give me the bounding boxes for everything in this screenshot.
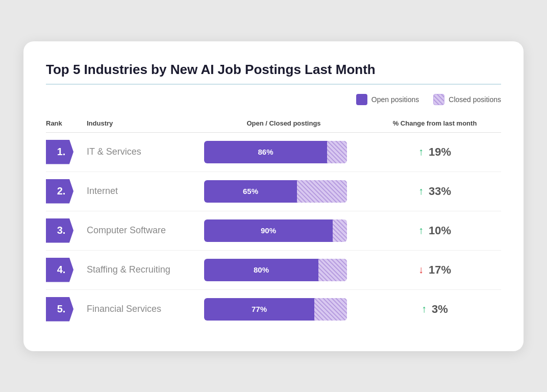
bar-open: 90% [204, 219, 333, 242]
rank-cell: 5. [46, 297, 87, 322]
change-value: 17% [429, 263, 451, 277]
rank-text: 5. [54, 303, 66, 315]
title-divider [46, 84, 501, 85]
rank-badge: 1. [46, 140, 73, 164]
rank-badge: 3. [46, 218, 73, 243]
rank-badge: 2. [46, 179, 73, 204]
industry-name: Internet [87, 186, 199, 197]
rank-shape: 5. [46, 297, 73, 322]
bar-open: 65% [204, 180, 297, 203]
bar-closed [297, 180, 347, 203]
legend-open-label: Open positions [371, 95, 419, 104]
bar-container: 90% [199, 219, 368, 242]
legend: Open positions Closed positions [46, 94, 501, 105]
bar-open-label: 80% [254, 265, 269, 274]
change-cell: ↑ 33% [368, 185, 501, 198]
change-arrow-icon: ↑ [418, 185, 424, 197]
change-arrow-icon: ↑ [418, 146, 424, 158]
bar-closed [327, 141, 347, 163]
bar-open-label: 77% [252, 305, 267, 313]
legend-closed-icon [433, 94, 444, 105]
rank-badge: 4. [46, 258, 73, 282]
change-value: 33% [429, 185, 451, 198]
table-row: 4. Staffing & Recruiting 80% ↓ 17% [46, 251, 501, 290]
bar-open: 80% [204, 259, 318, 281]
table-header: Rank Industry Open / Closed postings % C… [46, 119, 501, 133]
table-row: 2. Internet 65% ↑ 33% [46, 172, 501, 211]
col-industry: Industry [87, 119, 199, 127]
rank-cell: 4. [46, 258, 87, 282]
rank-badge: 5. [46, 297, 73, 322]
bar-open-label: 90% [261, 226, 276, 235]
legend-open-icon [356, 94, 367, 105]
change-value: 3% [432, 303, 448, 316]
change-arrow-icon: ↑ [421, 303, 427, 315]
bar-open: 77% [204, 298, 314, 321]
rank-cell: 3. [46, 218, 87, 243]
table-row: 5. Financial Services 77% ↑ 3% [46, 290, 501, 329]
legend-open: Open positions [356, 94, 419, 105]
change-arrow-icon: ↓ [418, 264, 424, 276]
bar-closed [318, 259, 347, 281]
bar-open-label: 65% [243, 187, 258, 195]
industry-name: IT & Services [87, 146, 199, 157]
rank-shape: 3. [46, 218, 73, 243]
bar-container: 77% [199, 298, 368, 321]
rank-text: 4. [54, 264, 66, 276]
rank-text: 2. [54, 185, 66, 197]
rank-cell: 1. [46, 140, 87, 164]
table-body: 1. IT & Services 86% ↑ 19% 2. [46, 133, 501, 329]
change-value: 10% [429, 224, 451, 237]
change-value: 19% [429, 145, 451, 159]
main-card: Top 5 Industries by New AI Job Postings … [23, 41, 524, 351]
industry-name: Computer Software [87, 225, 199, 236]
change-cell: ↑ 10% [368, 224, 501, 237]
rank-cell: 2. [46, 179, 87, 204]
legend-closed: Closed positions [433, 94, 501, 105]
rank-text: 3. [54, 225, 66, 236]
change-cell: ↑ 3% [368, 303, 501, 316]
legend-closed-label: Closed positions [449, 95, 501, 104]
industry-name: Staffing & Recruiting [87, 264, 199, 275]
change-arrow-icon: ↑ [418, 225, 424, 236]
card-title: Top 5 Industries by New AI Job Postings … [46, 62, 501, 78]
bar-closed [333, 219, 347, 242]
table-row: 1. IT & Services 86% ↑ 19% [46, 133, 501, 172]
bar-open: 86% [204, 141, 327, 163]
industry-name: Financial Services [87, 304, 199, 314]
bar-open-label: 86% [258, 148, 273, 156]
col-postings: Open / Closed postings [199, 119, 368, 127]
bar-container: 80% [199, 259, 368, 281]
col-rank: Rank [46, 119, 87, 127]
table-row: 3. Computer Software 90% ↑ 10% [46, 211, 501, 251]
bar-container: 65% [199, 180, 368, 203]
rank-shape: 2. [46, 179, 73, 204]
rank-shape: 1. [46, 140, 73, 164]
change-cell: ↑ 19% [368, 145, 501, 159]
rank-shape: 4. [46, 258, 73, 282]
change-cell: ↓ 17% [368, 263, 501, 277]
rank-text: 1. [54, 146, 66, 158]
bar-container: 86% [199, 141, 368, 163]
bar-closed [314, 298, 347, 321]
col-change: % Change from last month [368, 119, 501, 127]
